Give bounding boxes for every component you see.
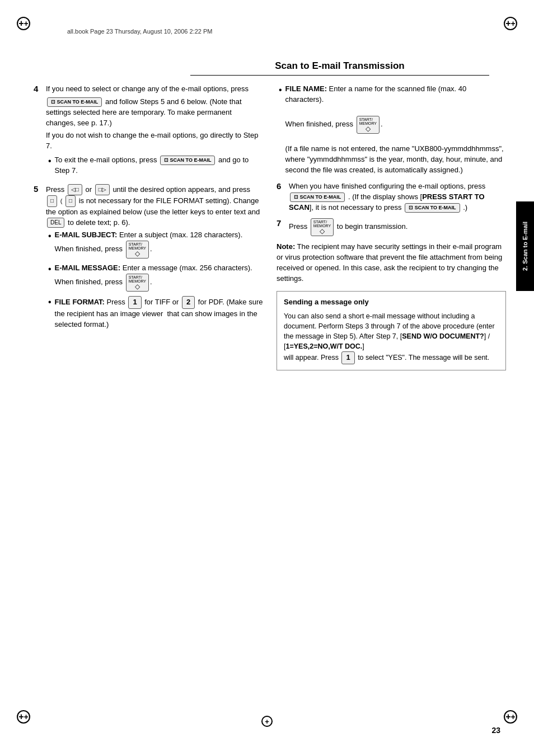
key-2-btn[interactable]: 2 [182, 296, 195, 309]
left-column: 4 If you need to select or change any of… [34, 84, 263, 370]
info-box-body: You can also send a short e-mail message… [284, 311, 499, 364]
corner-mark-bl: + [17, 710, 30, 724]
corner-mark-br: + [504, 710, 517, 724]
right-column: • FILE NAME: Enter a name for the scanne… [277, 84, 506, 370]
step-5: 5 Press ◁□ or □▷ until the desired optio… [34, 184, 263, 330]
step-7-text: Press START/MEMORY ◇ to begin transmissi… [289, 218, 407, 236]
start-mem-btn-7[interactable]: START/MEMORY ◇ [311, 218, 334, 236]
del-btn[interactable]: DEL [47, 218, 64, 228]
bullet-dot: • [48, 156, 51, 166]
step-5-bullet-message: • E-MAIL MESSAGE: Enter a message (max. … [46, 263, 263, 292]
step-5-bullet-format: • FILE FORMAT: Press 1 for TIFF or 2 for… [46, 296, 263, 330]
step-4-bullet1-text: To exit the e-mail options, press ⊡ SCAN… [55, 155, 263, 176]
nav-press-btn2[interactable]: □ [65, 195, 76, 207]
corner-mark-tr: + [504, 17, 517, 30]
step-4-intro: If you need to select or change any of t… [46, 84, 249, 95]
step-5-body: • E-MAIL SUBJECT: Enter a subject (max. … [34, 230, 263, 330]
bottom-center-mark: + [261, 716, 273, 727]
nav-press-btn[interactable]: □ [47, 195, 57, 207]
right-bullet-filename: • FILE NAME: Enter a name for the scanne… [277, 84, 506, 176]
content-area: 4 If you need to select or change any of… [34, 78, 506, 711]
step-4-body: ⊡ SCAN TO E-MAIL and follow Steps 5 and … [34, 97, 263, 176]
step-5-intro: Press ◁□ or □▷ until the desired option … [46, 184, 263, 228]
step-4-bullet1: • To exit the e-mail options, press ⊡ SC… [46, 155, 263, 176]
step-7: 7 Press START/MEMORY ◇ to begin transmis… [277, 218, 506, 236]
info-key-1-btn[interactable]: 1 [341, 351, 354, 364]
key-1-btn[interactable]: 1 [128, 296, 141, 309]
step-6-number: 6 [277, 181, 285, 191]
start-mem-btn-subject[interactable]: START/MEMORY ◇ [126, 241, 149, 259]
step-6: 6 When you have finished configuring the… [277, 181, 506, 213]
start-mem-btn-message[interactable]: START/MEMORY ◇ [126, 274, 149, 292]
scan-to-email-btn-6b[interactable]: ⊡ SCAN TO E-MAIL [405, 203, 460, 213]
info-box: Sending a message only You can also send… [277, 291, 506, 370]
nav-left-btn[interactable]: ◁□ [68, 184, 82, 196]
page-number: 23 [491, 726, 500, 735]
scan-to-email-btn-4b[interactable]: ⊡ SCAN TO E-MAIL [160, 156, 215, 165]
start-mem-btn-filename[interactable]: START/MEMORY ◇ [357, 116, 380, 134]
step-5-bullet-subject: • E-MAIL SUBJECT: Enter a subject (max. … [46, 230, 263, 259]
info-box-title: Sending a message only [284, 297, 499, 308]
step-7-number: 7 [277, 218, 285, 228]
step-4-number: 4 [34, 84, 43, 93]
side-tab: 2. Scan to E-mail [516, 201, 534, 291]
nav-right-btn[interactable]: □▷ [95, 184, 110, 196]
step-4: 4 If you need to select or change any of… [34, 84, 263, 176]
step-5-note1: is not necessary for the FILE FORMAT set… [46, 196, 260, 216]
scan-to-email-btn-6a[interactable]: ⊡ SCAN TO E-MAIL [290, 192, 345, 202]
step-4-note: If you do not wish to change the e-mail … [46, 130, 263, 152]
file-info: all.book Page 23 Thursday, August 10, 20… [67, 28, 213, 35]
scan-to-email-btn-4a[interactable]: ⊡ SCAN TO E-MAIL [47, 97, 102, 107]
note-section: Note: The recipient may have security se… [277, 242, 506, 284]
step-5-number: 5 [34, 184, 43, 194]
step-6-text: When you have finished configuring the e… [289, 181, 506, 213]
corner-mark-tl: + [17, 17, 30, 30]
